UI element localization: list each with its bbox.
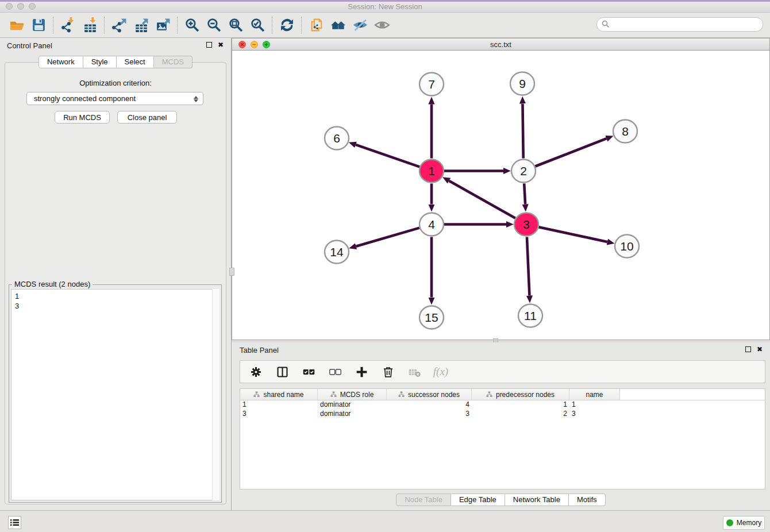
graph-node-3[interactable]: 3 <box>514 213 538 236</box>
graph-node-15[interactable]: 15 <box>419 306 444 329</box>
float-table-panel-icon[interactable] <box>745 346 751 352</box>
table-toolbar: f(x) <box>240 360 765 383</box>
task-list-button[interactable] <box>8 516 21 529</box>
settings-gear-icon <box>249 365 263 379</box>
hide-selected-icon <box>352 17 368 33</box>
column-header-MCDS-role[interactable]: MCDS role <box>318 389 387 400</box>
memory-button[interactable]: Memory <box>723 516 765 530</box>
add-column-icon <box>355 365 368 379</box>
control-panel-title: Control Panel <box>7 41 52 50</box>
function-builder-button: f(x) <box>433 364 448 380</box>
refresh-network-button[interactable] <box>276 16 298 35</box>
run-mcds-button[interactable]: Run MCDS <box>55 111 110 124</box>
search-input[interactable] <box>596 17 763 32</box>
select-all-button[interactable] <box>301 364 316 380</box>
tab-style[interactable]: Style <box>83 56 117 68</box>
delete-column-button[interactable] <box>380 364 395 380</box>
node-label: 11 <box>524 309 537 322</box>
edge-3-11[interactable] <box>527 237 529 295</box>
tab-mcds[interactable]: MCDS <box>154 56 192 68</box>
edge-4-14[interactable] <box>356 228 419 246</box>
criterion-dropdown-value: strongly connected component <box>34 94 136 103</box>
column-header-name[interactable]: name <box>569 389 620 400</box>
copy-network-button[interactable] <box>305 16 327 35</box>
table-cell[interactable]: dominator <box>318 410 387 419</box>
tab-select[interactable]: Select <box>117 56 154 68</box>
graph-node-1[interactable]: 1 <box>419 160 444 183</box>
graph-node-10[interactable]: 10 <box>615 235 639 258</box>
import-network-button[interactable] <box>57 16 79 35</box>
tab-network-table[interactable]: Network Table <box>505 494 569 506</box>
application-window: Session: New Session Control Panel ✖ Net… <box>0 0 770 532</box>
tab-motifs[interactable]: Motifs <box>569 494 606 506</box>
mcds-result-item[interactable]: 3 <box>15 301 215 311</box>
column-header-predecessor-nodes[interactable]: predecessor nodes <box>472 389 569 400</box>
first-neighbors-button[interactable] <box>327 16 349 35</box>
table-cell[interactable]: 3 <box>569 410 620 419</box>
export-image-button[interactable] <box>152 16 174 35</box>
split-panel-button[interactable] <box>275 364 290 380</box>
close-table-panel-icon[interactable]: ✖ <box>757 346 764 353</box>
graph-node-14[interactable]: 14 <box>325 241 349 264</box>
tab-network[interactable]: Network <box>38 56 83 68</box>
export-table-button[interactable] <box>130 16 152 35</box>
mcds-result-item[interactable]: 1 <box>15 291 215 301</box>
table-cell[interactable]: 3 <box>387 410 472 419</box>
table-panel-title: Table Panel <box>240 346 279 354</box>
graph-node-6[interactable]: 6 <box>325 127 349 150</box>
import-table-button[interactable] <box>79 16 101 35</box>
search-field-wrap <box>596 17 763 32</box>
graph-node-11[interactable]: 11 <box>518 304 542 327</box>
table-cell[interactable]: 1 <box>240 400 318 410</box>
network-canvas[interactable]: 7968124314101511 <box>232 51 770 340</box>
toolbar-separator <box>177 17 178 34</box>
edge-2-3[interactable] <box>524 183 525 204</box>
table-row[interactable]: 3dominator323 <box>240 410 765 419</box>
mcds-result-list[interactable]: 13 <box>11 289 220 500</box>
table-cell[interactable]: 1 <box>569 400 620 410</box>
zoom-fit-button[interactable] <box>225 16 247 35</box>
table-cell[interactable]: 2 <box>472 410 569 419</box>
edge-3-1[interactable] <box>449 181 515 218</box>
node-table: shared nameMCDS rolesuccessor nodesprede… <box>240 388 765 489</box>
float-panel-icon[interactable] <box>206 42 212 48</box>
table-cell[interactable]: 1 <box>472 400 569 410</box>
export-network-button[interactable] <box>108 16 130 35</box>
tab-edge-table[interactable]: Edge Table <box>451 494 505 506</box>
save-session-button[interactable] <box>28 16 49 35</box>
result-scrollbar[interactable] <box>212 289 220 500</box>
graph-node-4[interactable]: 4 <box>419 213 444 236</box>
zoom-in-button[interactable] <box>181 16 203 35</box>
column-header-successor-nodes[interactable]: successor nodes <box>387 389 472 400</box>
add-column-button[interactable] <box>354 364 369 380</box>
table-cell[interactable]: 4 <box>387 400 472 410</box>
tab-node-table[interactable]: Node Table <box>396 494 451 506</box>
edge-3-10[interactable] <box>538 227 607 242</box>
vertical-splitter-grip[interactable] <box>229 268 234 276</box>
table-row[interactable]: 1dominator411 <box>240 400 765 410</box>
criterion-dropdown[interactable]: strongly connected component <box>26 92 203 105</box>
hide-selected-button[interactable] <box>349 16 371 35</box>
graph-node-2[interactable]: 2 <box>511 160 536 183</box>
deselect-all-button[interactable] <box>328 364 342 380</box>
close-panel-button[interactable]: Close panel <box>117 111 177 124</box>
edge-1-6[interactable] <box>356 145 419 167</box>
zoom-selected-button[interactable] <box>247 16 268 35</box>
open-session-button[interactable] <box>6 16 28 35</box>
show-all-button[interactable] <box>371 16 392 35</box>
close-panel-icon[interactable]: ✖ <box>218 41 225 49</box>
edge-2-8[interactable] <box>535 138 606 166</box>
table-cell[interactable]: dominator <box>318 400 387 410</box>
graph-node-8[interactable]: 8 <box>613 120 637 143</box>
network-graph: 7968124314101511 <box>232 51 769 340</box>
mcds-result-title: MCDS result (2 nodes) <box>12 280 93 288</box>
node-label: 3 <box>523 218 530 231</box>
settings-gear-button[interactable] <box>248 364 263 380</box>
column-header-shared-name[interactable]: shared name <box>240 389 318 400</box>
table-cell[interactable]: 3 <box>240 410 318 419</box>
zoom-out-button[interactable] <box>203 16 225 35</box>
graph-node-7[interactable]: 7 <box>419 73 444 96</box>
import-network-icon <box>60 17 76 33</box>
edge-2-9[interactable] <box>522 103 523 158</box>
graph-node-9[interactable]: 9 <box>510 72 534 95</box>
